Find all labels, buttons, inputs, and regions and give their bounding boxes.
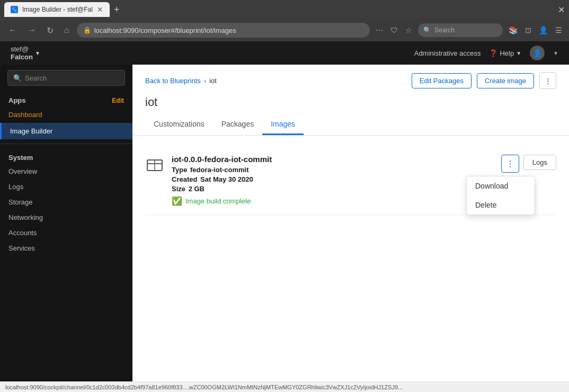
breadcrumb-row: Back to Blueprints › iot Edit Packages C… [145, 72, 556, 89]
sidebar-search-placeholder: Search [25, 74, 47, 82]
library-icon[interactable]: 📚 [507, 24, 519, 36]
header-username[interactable]: stef@ Falcon ▼ [11, 45, 40, 61]
image-item: iot-0.0.0-fedora-iot-commit Type fedora-… [145, 146, 556, 215]
status-bar: localhost:9090/cockpit/channel/0c1d2c003… [0, 381, 569, 392]
sidebar-item-overview[interactable]: Overview [0, 164, 132, 179]
avatar-icon: 👤 [533, 49, 542, 57]
browser-search-bar[interactable]: 🔍 Search [418, 23, 503, 37]
browser-titlebar: 🔧 Image Builder - stef@Fal ✕ + ✕ [0, 0, 569, 19]
dropdown-download[interactable]: Download [467, 176, 535, 195]
image-created-line: Created Sat May 30 2020 [172, 175, 494, 183]
admin-access-text: Administrative access [414, 49, 481, 57]
breadcrumb-link[interactable]: Back to Blueprints [145, 77, 201, 85]
bookmark-icon[interactable]: ☆ [404, 24, 414, 36]
user-account-icon[interactable]: 👤 [537, 24, 549, 36]
image-type-line: Type fedora-iot-commit [172, 166, 494, 174]
status-text: Image build complete [185, 197, 251, 205]
image-status: ✅ Image build complete [172, 196, 494, 206]
reload-button[interactable]: ↻ [43, 23, 57, 38]
page-title: iot [145, 95, 556, 109]
apps-label: Apps [8, 96, 26, 104]
header-left: stef@ Falcon ▼ [11, 45, 40, 61]
help-chevron-icon: ▼ [516, 50, 521, 56]
image-builder-label: Image Builder [10, 127, 52, 135]
breadcrumb-current: iot [209, 77, 217, 85]
help-circle-icon: ❓ [489, 49, 497, 57]
page-header: Back to Blueprints › iot Edit Packages C… [132, 65, 569, 136]
image-type-value: fedora-iot-commit [190, 166, 249, 174]
split-view-icon[interactable]: ⊡ [523, 24, 533, 36]
menu-icon[interactable]: ☰ [554, 24, 564, 36]
tabs-row: Customizations Packages Images [145, 114, 556, 135]
breadcrumb: Back to Blueprints › iot [145, 77, 217, 85]
tab-customizations[interactable]: Customizations [145, 114, 213, 135]
image-size-value: 2 GB [189, 185, 205, 193]
sidebar-item-logs[interactable]: Logs [0, 179, 132, 194]
dropdown-menu: Download Delete [466, 176, 535, 215]
header-actions: Edit Packages Create image ⋮ [412, 72, 556, 89]
sidebar-item-dashboard[interactable]: Dashboard [0, 106, 132, 123]
apps-section-header: Apps Edit [0, 91, 132, 106]
image-name: iot-0.0.0-fedora-iot-commit [172, 155, 494, 164]
tab-favicon: 🔧 [11, 6, 18, 13]
header-right: Administrative access ❓ Help ▼ 👤 ▼ [414, 46, 558, 60]
dropdown-delete[interactable]: Delete [467, 195, 535, 215]
tab-images[interactable]: Images [262, 114, 304, 135]
sidebar-item-networking[interactable]: Networking [0, 210, 132, 225]
edit-packages-button[interactable]: Edit Packages [412, 73, 472, 88]
image-size-line: Size 2 GB [172, 185, 494, 193]
sidebar-divider [0, 144, 132, 144]
content-area: iot-0.0.0-fedora-iot-commit Type fedora-… [132, 136, 569, 226]
create-image-button[interactable]: Create image [477, 73, 534, 88]
help-button[interactable]: ❓ Help ▼ [489, 49, 521, 57]
sidebar-search-icon: 🔍 [13, 74, 22, 82]
username-text: stef@ Falcon [11, 45, 33, 61]
browser-window: 🔧 Image Builder - stef@Fal ✕ + ✕ ← → ↻ ⌂… [0, 0, 569, 392]
image-details: iot-0.0.0-fedora-iot-commit Type fedora-… [172, 155, 494, 206]
sidebar-search-container: 🔍 Search [0, 65, 132, 91]
status-url: localhost:9090/cockpit/channel/0c1d2c003… [5, 384, 403, 390]
forward-button[interactable]: → [24, 23, 39, 37]
home-button[interactable]: ⌂ [61, 23, 73, 37]
app-layout: 🔍 Search Apps Edit Dashboard Image Build… [0, 65, 569, 381]
image-created-value: Sat May 30 2020 [200, 175, 253, 183]
search-icon: 🔍 [423, 26, 431, 34]
logs-button[interactable]: Logs [523, 155, 556, 170]
sidebar-item-image-builder[interactable]: Image Builder [0, 123, 132, 139]
system-section-header: System [0, 148, 132, 164]
window-close-button[interactable]: ✕ [558, 5, 565, 15]
image-cube-icon [145, 156, 164, 175]
image-actions: ⋮ Logs Download Delete [501, 155, 556, 173]
breadcrumb-separator: › [204, 77, 206, 85]
sidebar-search-box[interactable]: 🔍 Search [7, 70, 125, 86]
sidebar-item-accounts[interactable]: Accounts [0, 225, 132, 240]
page-kebab-button[interactable]: ⋮ [539, 72, 556, 89]
browser-tab[interactable]: 🔧 Image Builder - stef@Fal ✕ [4, 2, 110, 17]
user-chevron-icon: ▼ [35, 50, 40, 56]
tab-packages[interactable]: Packages [213, 114, 262, 135]
more-options-icon[interactable]: ⋯ [374, 24, 385, 36]
back-button[interactable]: ← [5, 23, 20, 37]
kebab-icon: ⋮ [545, 77, 552, 85]
tab-title: Image Builder - stef@Fal [22, 6, 93, 13]
system-label: System [8, 154, 33, 162]
search-placeholder: Search [434, 26, 455, 34]
tab-close-btn[interactable]: ✕ [97, 5, 103, 14]
address-bar[interactable]: 🔒 localhost:9090/composer#/blueprint/iot… [77, 23, 370, 38]
sidebar-item-services[interactable]: Services [0, 240, 132, 256]
shield-icon: 🛡 [389, 24, 399, 36]
sidebar: 🔍 Search Apps Edit Dashboard Image Build… [0, 65, 132, 381]
image-kebab-button[interactable]: ⋮ [501, 155, 519, 173]
dashboard-label: Dashboard [8, 111, 42, 119]
main-content: Back to Blueprints › iot Edit Packages C… [132, 65, 569, 381]
cockpit-header: stef@ Falcon ▼ Administrative access ❓ H… [0, 41, 569, 65]
status-check-icon: ✅ [172, 196, 182, 206]
image-kebab-icon: ⋮ [506, 159, 514, 169]
apps-edit-link[interactable]: Edit [112, 97, 124, 104]
browser-toolbar: ← → ↻ ⌂ 🔒 localhost:9090/composer#/bluep… [0, 19, 569, 41]
sidebar-item-storage[interactable]: Storage [0, 194, 132, 210]
user-avatar[interactable]: 👤 [530, 46, 545, 60]
avatar-chevron-icon: ▼ [553, 50, 558, 56]
new-tab-button[interactable]: + [114, 4, 120, 15]
url-text: localhost:9090/composer#/blueprint/iot/i… [94, 26, 236, 34]
